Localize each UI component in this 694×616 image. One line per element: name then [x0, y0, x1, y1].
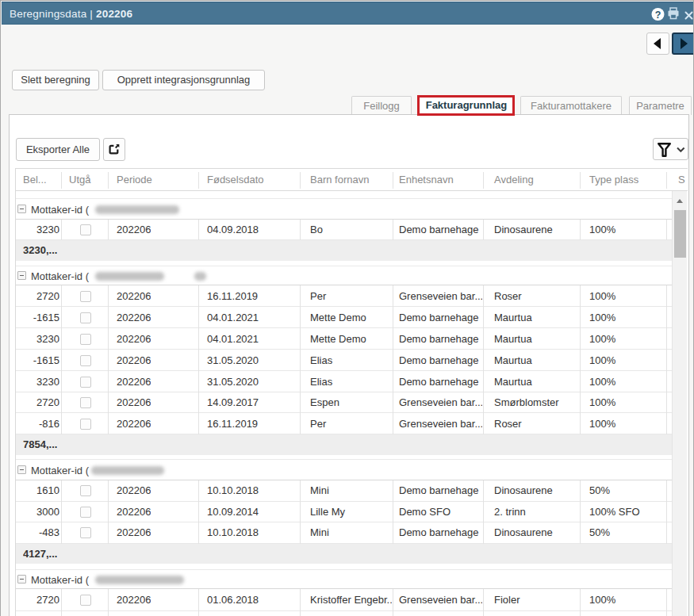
svg-text:?: ? — [655, 10, 661, 21]
